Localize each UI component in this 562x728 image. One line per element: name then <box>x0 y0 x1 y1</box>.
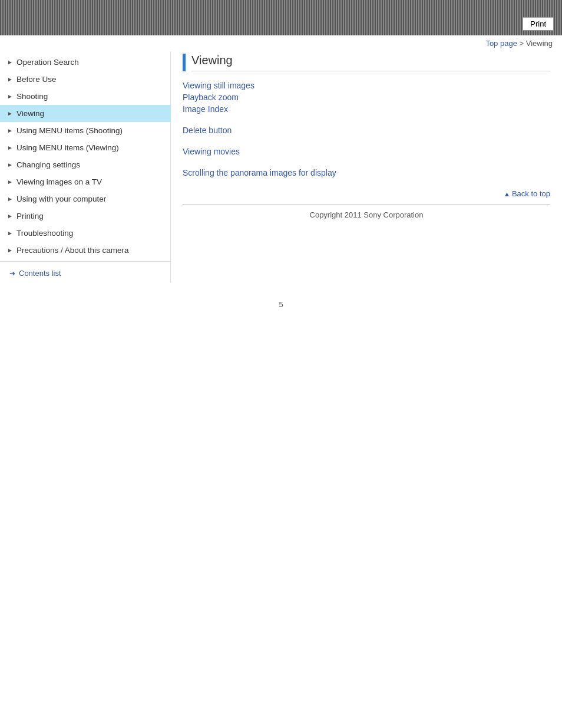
arrow-icon: ► <box>7 162 13 168</box>
arrow-icon: ► <box>7 247 13 253</box>
sidebar: ► Operation Search ► Before Use ► Shooti… <box>0 51 171 282</box>
breadcrumb-separator: > <box>517 39 526 48</box>
content-links-group1: Viewing still images Playback zoom Image… <box>183 81 550 114</box>
contents-list-link[interactable]: ➔ Contents list <box>0 264 170 282</box>
sidebar-item-troubleshooting[interactable]: ► Troubleshooting <box>0 225 170 242</box>
arrow-icon: ► <box>7 144 13 151</box>
content-group-1: Viewing still images Playback zoom Image… <box>183 81 550 114</box>
section-title: Viewing <box>191 54 550 71</box>
content-group-3: Viewing movies <box>183 147 550 156</box>
arrow-icon: ► <box>7 127 13 134</box>
sidebar-item-label: Printing <box>16 212 44 220</box>
breadcrumb-top-link[interactable]: Top page <box>485 39 517 48</box>
section-header: Viewing <box>183 54 550 71</box>
section-header-bar <box>183 54 186 71</box>
sidebar-item-changing-settings[interactable]: ► Changing settings <box>0 156 170 173</box>
arrow-icon: ► <box>7 179 13 185</box>
sidebar-item-using-menu-shooting[interactable]: ► Using MENU items (Shooting) <box>0 122 170 139</box>
sidebar-item-label: Viewing <box>16 109 44 118</box>
header-stripe: Print <box>0 0 562 35</box>
content-footer: Copyright 2011 Sony Corporation <box>183 204 550 219</box>
link-scrolling-panorama[interactable]: Scrolling the panorama images for displa… <box>183 168 550 177</box>
sidebar-item-using-menu-viewing[interactable]: ► Using MENU items (Viewing) <box>0 139 170 156</box>
sidebar-item-precautions[interactable]: ► Precautions / About this camera <box>0 242 170 259</box>
sidebar-item-printing[interactable]: ► Printing <box>0 207 170 225</box>
sidebar-item-viewing[interactable]: ► Viewing <box>0 105 170 122</box>
sidebar-item-label: Precautions / About this camera <box>16 246 129 255</box>
sidebar-item-label: Troubleshooting <box>16 229 73 238</box>
content-links-group3: Viewing movies <box>183 147 550 156</box>
sidebar-item-viewing-on-tv[interactable]: ► Viewing images on a TV <box>0 173 170 190</box>
sidebar-divider <box>0 261 170 262</box>
sidebar-item-label: Using MENU items (Shooting) <box>16 126 123 135</box>
sidebar-item-label: Viewing images on a TV <box>16 177 102 186</box>
breadcrumb-current: Viewing <box>526 39 553 48</box>
contents-list-label: Contents list <box>19 269 61 278</box>
sidebar-item-operation-search[interactable]: ► Operation Search <box>0 54 170 71</box>
arrow-icon: ► <box>7 110 13 117</box>
sidebar-item-label: Using MENU items (Viewing) <box>16 143 119 152</box>
breadcrumb: Top page > Viewing <box>0 35 562 51</box>
copyright-text: Copyright 2011 Sony Corporation <box>310 210 424 219</box>
arrow-right-icon: ➔ <box>9 269 15 278</box>
print-button[interactable]: Print <box>523 17 554 31</box>
page-number: 5 <box>0 300 562 309</box>
triangle-up-icon: ▲ <box>504 190 510 197</box>
link-viewing-still[interactable]: Viewing still images <box>183 81 550 90</box>
arrow-icon: ► <box>7 93 13 100</box>
arrow-icon: ► <box>7 59 13 65</box>
sidebar-item-label: Operation Search <box>16 58 79 67</box>
sidebar-item-using-with-computer[interactable]: ► Using with your computer <box>0 190 170 207</box>
link-viewing-movies[interactable]: Viewing movies <box>183 147 550 156</box>
sidebar-item-label: Changing settings <box>16 160 80 169</box>
main-layout: ► Operation Search ► Before Use ► Shooti… <box>0 51 562 282</box>
back-to-top: ▲Back to top <box>183 189 550 198</box>
link-playback-zoom[interactable]: Playback zoom <box>183 93 550 102</box>
sidebar-item-before-use[interactable]: ► Before Use <box>0 71 170 88</box>
sidebar-item-shooting[interactable]: ► Shooting <box>0 88 170 105</box>
sidebar-item-label: Before Use <box>16 75 57 84</box>
arrow-icon: ► <box>7 76 13 83</box>
arrow-icon: ► <box>7 230 13 236</box>
back-to-top-link[interactable]: ▲Back to top <box>504 189 550 198</box>
content-area: Viewing Viewing still images Playback zo… <box>171 51 562 231</box>
link-delete-button[interactable]: Delete button <box>183 126 550 135</box>
back-to-top-label: Back to top <box>512 189 550 198</box>
content-group-4: Scrolling the panorama images for displa… <box>183 168 550 177</box>
link-image-index[interactable]: Image Index <box>183 104 550 114</box>
arrow-icon: ► <box>7 213 13 219</box>
arrow-icon: ► <box>7 196 13 202</box>
sidebar-item-label: Shooting <box>16 92 48 101</box>
content-links-group4: Scrolling the panorama images for displa… <box>183 168 550 177</box>
sidebar-item-label: Using with your computer <box>16 195 106 203</box>
content-links-group2: Delete button <box>183 126 550 135</box>
content-group-2: Delete button <box>183 126 550 135</box>
